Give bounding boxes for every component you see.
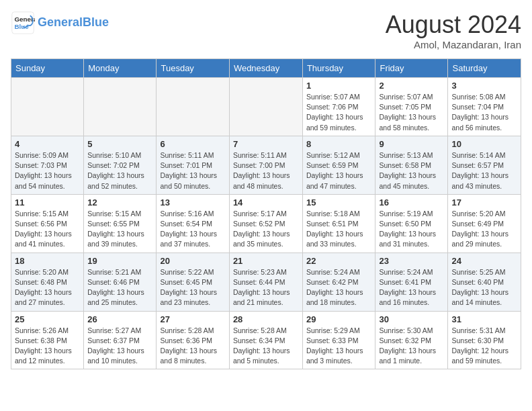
day-number: 2 bbox=[379, 81, 444, 91]
calendar-cell: 29Sunrise: 5:29 AM Sunset: 6:33 PM Dayli… bbox=[302, 311, 375, 369]
day-info: Sunrise: 5:18 AM Sunset: 6:51 PM Dayligh… bbox=[306, 209, 372, 250]
day-number: 12 bbox=[87, 197, 152, 208]
calendar-cell: 21Sunrise: 5:23 AM Sunset: 6:44 PM Dayli… bbox=[229, 253, 302, 311]
day-info: Sunrise: 5:20 AM Sunset: 6:48 PM Dayligh… bbox=[15, 267, 80, 308]
calendar-header-row: SundayMondayTuesdayWednesdayThursdayFrid… bbox=[11, 59, 521, 78]
day-info: Sunrise: 5:11 AM Sunset: 7:01 PM Dayligh… bbox=[160, 150, 225, 191]
day-number: 6 bbox=[160, 139, 225, 149]
day-info: Sunrise: 5:28 AM Sunset: 6:34 PM Dayligh… bbox=[233, 326, 299, 367]
day-info: Sunrise: 5:12 AM Sunset: 6:59 PM Dayligh… bbox=[306, 150, 372, 191]
calendar-cell: 17Sunrise: 5:20 AM Sunset: 6:49 PM Dayli… bbox=[448, 194, 521, 253]
day-number: 8 bbox=[306, 139, 372, 149]
calendar-cell: 22Sunrise: 5:24 AM Sunset: 6:42 PM Dayli… bbox=[302, 253, 375, 311]
calendar-cell bbox=[11, 78, 84, 136]
day-number: 4 bbox=[15, 139, 80, 149]
page-header: General Blue GeneralBlue August 2024 Amo… bbox=[11, 11, 521, 50]
day-info: Sunrise: 5:07 AM Sunset: 7:06 PM Dayligh… bbox=[306, 92, 372, 133]
calendar-cell: 6Sunrise: 5:11 AM Sunset: 7:01 PM Daylig… bbox=[157, 136, 229, 194]
calendar-cell: 11Sunrise: 5:15 AM Sunset: 6:56 PM Dayli… bbox=[11, 194, 84, 253]
day-info: Sunrise: 5:09 AM Sunset: 7:03 PM Dayligh… bbox=[15, 150, 80, 191]
day-info: Sunrise: 5:21 AM Sunset: 6:46 PM Dayligh… bbox=[87, 267, 152, 308]
day-info: Sunrise: 5:14 AM Sunset: 6:57 PM Dayligh… bbox=[451, 150, 517, 191]
calendar-cell: 10Sunrise: 5:14 AM Sunset: 6:57 PM Dayli… bbox=[448, 136, 521, 194]
calendar-cell: 12Sunrise: 5:15 AM Sunset: 6:55 PM Dayli… bbox=[84, 194, 157, 253]
day-info: Sunrise: 5:30 AM Sunset: 6:32 PM Dayligh… bbox=[379, 326, 444, 367]
logo: General Blue GeneralBlue bbox=[11, 11, 109, 35]
calendar-cell: 14Sunrise: 5:17 AM Sunset: 6:52 PM Dayli… bbox=[229, 194, 302, 253]
calendar-cell bbox=[157, 78, 229, 136]
day-number: 20 bbox=[160, 256, 225, 266]
calendar-cell: 2Sunrise: 5:07 AM Sunset: 7:05 PM Daylig… bbox=[375, 78, 448, 136]
calendar-week-2: 4Sunrise: 5:09 AM Sunset: 7:03 PM Daylig… bbox=[11, 136, 521, 194]
calendar-cell: 18Sunrise: 5:20 AM Sunset: 6:48 PM Dayli… bbox=[11, 253, 84, 311]
day-info: Sunrise: 5:10 AM Sunset: 7:02 PM Dayligh… bbox=[87, 150, 152, 191]
day-info: Sunrise: 5:27 AM Sunset: 6:37 PM Dayligh… bbox=[87, 326, 152, 367]
day-info: Sunrise: 5:11 AM Sunset: 7:00 PM Dayligh… bbox=[233, 150, 299, 191]
col-header-sunday: Sunday bbox=[11, 59, 84, 78]
day-info: Sunrise: 5:13 AM Sunset: 6:58 PM Dayligh… bbox=[379, 150, 444, 191]
day-number: 28 bbox=[233, 314, 299, 324]
calendar-cell: 20Sunrise: 5:22 AM Sunset: 6:45 PM Dayli… bbox=[157, 253, 229, 311]
day-number: 15 bbox=[306, 197, 372, 208]
calendar-table: SundayMondayTuesdayWednesdayThursdayFrid… bbox=[11, 58, 521, 369]
calendar-cell: 28Sunrise: 5:28 AM Sunset: 6:34 PM Dayli… bbox=[229, 311, 302, 369]
calendar-cell: 13Sunrise: 5:16 AM Sunset: 6:54 PM Dayli… bbox=[157, 194, 229, 253]
day-number: 21 bbox=[233, 256, 299, 266]
calendar-cell: 26Sunrise: 5:27 AM Sunset: 6:37 PM Dayli… bbox=[84, 311, 157, 369]
day-number: 27 bbox=[160, 314, 225, 324]
day-number: 25 bbox=[15, 314, 80, 324]
logo-icon: General Blue bbox=[11, 11, 35, 35]
day-number: 16 bbox=[379, 197, 444, 208]
day-number: 9 bbox=[379, 139, 444, 149]
day-number: 1 bbox=[306, 81, 372, 91]
calendar-cell bbox=[84, 78, 157, 136]
day-number: 31 bbox=[451, 314, 517, 324]
month-title: August 2024 bbox=[386, 11, 521, 39]
day-info: Sunrise: 5:17 AM Sunset: 6:52 PM Dayligh… bbox=[233, 209, 299, 250]
day-info: Sunrise: 5:24 AM Sunset: 6:42 PM Dayligh… bbox=[306, 267, 372, 308]
calendar-week-3: 11Sunrise: 5:15 AM Sunset: 6:56 PM Dayli… bbox=[11, 194, 521, 253]
calendar-cell: 15Sunrise: 5:18 AM Sunset: 6:51 PM Dayli… bbox=[302, 194, 375, 253]
calendar-cell: 16Sunrise: 5:19 AM Sunset: 6:50 PM Dayli… bbox=[375, 194, 448, 253]
day-info: Sunrise: 5:24 AM Sunset: 6:41 PM Dayligh… bbox=[379, 267, 444, 308]
day-info: Sunrise: 5:25 AM Sunset: 6:40 PM Dayligh… bbox=[451, 267, 517, 308]
col-header-tuesday: Tuesday bbox=[157, 59, 229, 78]
calendar-cell: 8Sunrise: 5:12 AM Sunset: 6:59 PM Daylig… bbox=[302, 136, 375, 194]
calendar-week-1: 1Sunrise: 5:07 AM Sunset: 7:06 PM Daylig… bbox=[11, 78, 521, 136]
calendar-cell: 5Sunrise: 5:10 AM Sunset: 7:02 PM Daylig… bbox=[84, 136, 157, 194]
logo-text-line1: GeneralBlue bbox=[38, 16, 109, 30]
day-info: Sunrise: 5:29 AM Sunset: 6:33 PM Dayligh… bbox=[306, 326, 372, 367]
day-number: 10 bbox=[451, 139, 517, 149]
col-header-thursday: Thursday bbox=[302, 59, 375, 78]
col-header-friday: Friday bbox=[375, 59, 448, 78]
day-info: Sunrise: 5:22 AM Sunset: 6:45 PM Dayligh… bbox=[160, 267, 225, 308]
calendar-cell: 4Sunrise: 5:09 AM Sunset: 7:03 PM Daylig… bbox=[11, 136, 84, 194]
subtitle: Amol, Mazandaran, Iran bbox=[386, 39, 521, 50]
calendar-cell: 30Sunrise: 5:30 AM Sunset: 6:32 PM Dayli… bbox=[375, 311, 448, 369]
calendar-cell: 9Sunrise: 5:13 AM Sunset: 6:58 PM Daylig… bbox=[375, 136, 448, 194]
day-info: Sunrise: 5:15 AM Sunset: 6:55 PM Dayligh… bbox=[87, 209, 152, 250]
calendar-cell: 19Sunrise: 5:21 AM Sunset: 6:46 PM Dayli… bbox=[84, 253, 157, 311]
calendar-cell: 24Sunrise: 5:25 AM Sunset: 6:40 PM Dayli… bbox=[448, 253, 521, 311]
calendar-cell: 27Sunrise: 5:28 AM Sunset: 6:36 PM Dayli… bbox=[157, 311, 229, 369]
col-header-monday: Monday bbox=[84, 59, 157, 78]
day-number: 30 bbox=[379, 314, 444, 324]
day-number: 19 bbox=[87, 256, 152, 266]
calendar-week-5: 25Sunrise: 5:26 AM Sunset: 6:38 PM Dayli… bbox=[11, 311, 521, 369]
day-number: 7 bbox=[233, 139, 299, 149]
day-info: Sunrise: 5:19 AM Sunset: 6:50 PM Dayligh… bbox=[379, 209, 444, 250]
calendar-cell: 25Sunrise: 5:26 AM Sunset: 6:38 PM Dayli… bbox=[11, 311, 84, 369]
col-header-wednesday: Wednesday bbox=[229, 59, 302, 78]
day-number: 5 bbox=[87, 139, 152, 149]
day-number: 24 bbox=[451, 256, 517, 266]
day-number: 3 bbox=[451, 81, 517, 91]
title-block: August 2024 Amol, Mazandaran, Iran bbox=[386, 11, 521, 50]
calendar-cell: 31Sunrise: 5:31 AM Sunset: 6:30 PM Dayli… bbox=[448, 311, 521, 369]
calendar-cell: 7Sunrise: 5:11 AM Sunset: 7:00 PM Daylig… bbox=[229, 136, 302, 194]
calendar-week-4: 18Sunrise: 5:20 AM Sunset: 6:48 PM Dayli… bbox=[11, 253, 521, 311]
day-number: 18 bbox=[15, 256, 80, 266]
day-info: Sunrise: 5:26 AM Sunset: 6:38 PM Dayligh… bbox=[15, 326, 80, 367]
calendar-cell bbox=[229, 78, 302, 136]
day-number: 23 bbox=[379, 256, 444, 266]
day-info: Sunrise: 5:07 AM Sunset: 7:05 PM Dayligh… bbox=[379, 92, 444, 133]
